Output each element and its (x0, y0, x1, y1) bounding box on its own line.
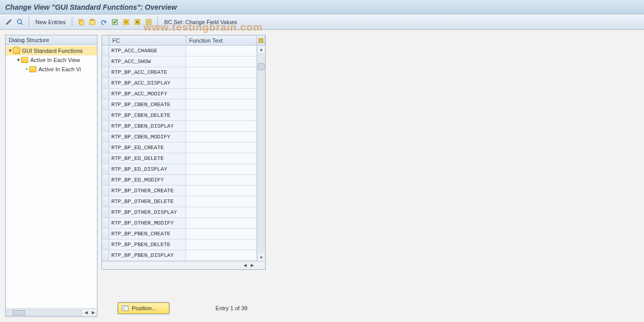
table-h-scrollbar[interactable]: ◀ ▶ (102, 261, 265, 269)
other-view-icon[interactable] (15, 17, 25, 27)
scroll-up-icon[interactable]: ▲ (257, 46, 265, 53)
cell-function-text[interactable] (186, 218, 257, 228)
scroll-down-icon[interactable]: ▼ (257, 254, 265, 261)
cell-fc[interactable]: RTP_BP_OTHER_DISPLAY (109, 207, 186, 217)
cell-function-text[interactable] (186, 164, 257, 174)
page-title: Change View "GUI Standard Functions": Ov… (5, 3, 177, 11)
row-selector[interactable] (102, 164, 109, 174)
tree-scroll-thumb[interactable] (12, 310, 25, 315)
svg-rect-17 (258, 38, 260, 40)
cell-fc[interactable]: RTP_BP_OTHER_DELETE (109, 196, 186, 207)
tree-node[interactable]: ▼Active In Each View (6, 55, 97, 65)
tree-h-scrollbar[interactable]: ◀ ▶ (6, 308, 97, 316)
row-selector[interactable] (102, 143, 109, 153)
row-selector[interactable] (102, 121, 109, 131)
row-selector[interactable] (102, 67, 109, 77)
tree-node[interactable]: ▼GUI Standard Functions (6, 46, 97, 55)
cell-function-text[interactable] (186, 175, 257, 185)
vscroll-thumb[interactable] (258, 63, 265, 70)
new-entries-button[interactable]: New Entries (33, 19, 68, 25)
cell-function-text[interactable] (186, 250, 257, 260)
expand-icon[interactable]: • (24, 67, 29, 72)
cell-fc[interactable]: RTP_BP_ACC_CREATE (109, 67, 186, 77)
cell-fc[interactable]: RTP_BP_ED_CREATE (109, 143, 186, 153)
cell-fc[interactable]: RTP_BP_PBEN_DISPLAY (109, 250, 186, 260)
cell-fc[interactable]: RTP_BP_ED_DELETE (109, 153, 186, 164)
cell-function-text[interactable] (186, 132, 257, 142)
row-selector[interactable] (102, 229, 109, 239)
row-selector[interactable] (102, 175, 109, 185)
cell-function-text[interactable] (186, 89, 257, 99)
cell-function-text[interactable] (186, 121, 257, 131)
collapse-icon[interactable]: ▼ (8, 48, 13, 53)
toggle-display-change-icon[interactable] (4, 17, 13, 27)
cell-fc[interactable]: RTP_BP_PBEN_CREATE (109, 229, 186, 239)
select-all-icon[interactable] (110, 17, 119, 27)
hscroll-left-icon[interactable]: ◀ (242, 262, 249, 269)
row-selector[interactable] (102, 78, 109, 88)
cell-function-text[interactable] (186, 239, 257, 250)
cell-fc[interactable]: RTP_BP_CBEN_MODIFY (109, 132, 186, 142)
row-selector[interactable] (102, 207, 109, 217)
row-selector[interactable] (102, 196, 109, 207)
deselect-all-icon[interactable] (133, 17, 142, 27)
cell-fc[interactable]: RTP_BP_ACC_MODIFY (109, 89, 186, 99)
cell-function-text[interactable] (186, 78, 257, 88)
select-block-icon[interactable] (122, 17, 131, 27)
row-selector[interactable] (102, 186, 109, 196)
cell-fc[interactable]: RTP_BP_CBEN_DISPLAY (109, 121, 186, 131)
row-selector-header[interactable] (102, 35, 109, 45)
row-selector[interactable] (102, 239, 109, 250)
cell-fc[interactable]: RTP_BP_PBEN_DELETE (109, 239, 186, 250)
row-selector[interactable] (102, 132, 109, 142)
hscroll-right-icon[interactable]: ▶ (249, 262, 256, 269)
tree-scroll-right-icon[interactable]: ▶ (90, 309, 97, 316)
configuration-icon[interactable] (144, 17, 153, 27)
row-selector[interactable] (102, 153, 109, 164)
row-selector[interactable] (102, 56, 109, 67)
cell-fc[interactable]: RTP_BP_OTHER_MODIFY (109, 218, 186, 228)
cell-fc[interactable]: RTP_BP_OTHER_CREATE (109, 186, 186, 196)
column-header-function-text[interactable]: Function Text (186, 35, 257, 45)
table-row: RTP_BP_ACC_DISPLAY (102, 78, 265, 89)
cell-function-text[interactable] (186, 153, 257, 164)
cell-function-text[interactable] (186, 99, 257, 110)
cell-fc[interactable]: RTP_ACC_CHANGE (109, 46, 186, 56)
cell-function-text[interactable] (186, 229, 257, 239)
cell-fc[interactable]: RTP_BP_ACC_DISPLAY (109, 78, 186, 88)
cell-fc[interactable]: RTP_BP_CBEN_DELETE (109, 110, 186, 120)
table-v-scrollbar[interactable]: ▲ ▼ (257, 46, 265, 261)
cell-function-text[interactable] (186, 46, 257, 56)
bcset-button[interactable]: BC Set: Change Field Values (162, 19, 239, 25)
row-selector[interactable] (102, 250, 109, 260)
cell-function-text[interactable] (186, 207, 257, 217)
cell-function-text[interactable] (186, 67, 257, 77)
footer-bar: Position... Entry 1 of 39 (118, 303, 248, 314)
cell-fc[interactable]: RTP_BP_ED_DISPLAY (109, 164, 186, 174)
copy-as-icon[interactable] (76, 17, 86, 27)
cell-function-text[interactable] (186, 110, 257, 120)
cell-fc[interactable]: RTP_BP_ED_MODIFY (109, 175, 186, 185)
toolbar-separator (29, 17, 29, 27)
cell-function-text[interactable] (186, 196, 257, 207)
delete-icon[interactable] (88, 17, 97, 27)
cell-function-text[interactable] (186, 56, 257, 67)
expand-icon[interactable]: ▼ (16, 57, 21, 63)
row-selector[interactable] (102, 218, 109, 228)
cell-function-text[interactable] (186, 143, 257, 153)
row-selector[interactable] (102, 89, 109, 99)
position-button[interactable]: Position... (118, 303, 169, 314)
row-selector[interactable] (102, 46, 109, 56)
row-selector[interactable] (102, 110, 109, 120)
row-selector[interactable] (102, 99, 109, 110)
cell-fc[interactable]: RTP_BP_CBEN_CREATE (109, 99, 186, 110)
svg-rect-20 (261, 41, 264, 43)
table-settings-icon[interactable] (257, 35, 265, 45)
tree-node[interactable]: •Active In Each Vi (6, 65, 97, 74)
undo-change-icon[interactable] (99, 17, 108, 27)
tree-scroll-left-icon[interactable]: ◀ (83, 309, 90, 316)
tree-node-label: Active In Each View (30, 57, 80, 63)
cell-fc[interactable]: RTP_ACC_SHOW (109, 56, 186, 67)
column-header-fc[interactable]: FC (109, 35, 186, 45)
cell-function-text[interactable] (186, 186, 257, 196)
